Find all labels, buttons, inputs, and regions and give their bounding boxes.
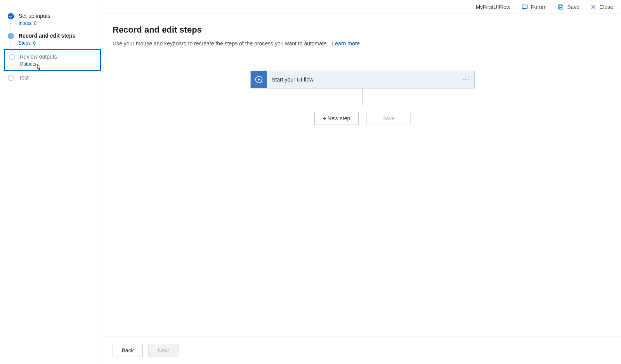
flow-card-title: Start your UI flow [267,76,458,83]
step-review-outputs[interactable]: Review outputs Outputs [4,49,101,71]
step-title: Record and edit steps [19,32,99,39]
wizard-footer: Back Next [104,336,621,364]
step-title: Set up inputs [19,12,99,19]
chat-icon [522,4,528,10]
page-description-text: Use your mouse and keyboard to recreate … [113,40,328,47]
learn-more-link[interactable]: Learn more [332,40,360,47]
forum-button[interactable]: Forum [516,0,552,14]
flow-name: MyFirstUIFlow [470,4,515,10]
flow-start-card[interactable]: Start your UI flow ··· [250,71,475,88]
play-record-icon [251,71,267,88]
close-button[interactable]: Close [585,0,619,14]
page-title: Record and edit steps [113,25,612,35]
back-button[interactable]: Back [113,344,143,357]
step-subtitle: Outputs [20,61,95,67]
step-title: Review outputs [20,53,95,60]
close-icon [591,4,596,10]
more-menu-icon[interactable]: ··· [458,76,474,83]
step-test[interactable]: Test [0,71,104,84]
save-step-button[interactable]: Save [366,112,411,125]
step-bullet-check-icon [8,13,14,19]
save-button[interactable]: Save [552,0,585,14]
step-setup-inputs[interactable]: Set up inputs Inputs: 0 [0,9,104,29]
main-content: Record and edit steps Use your mouse and… [104,14,621,336]
step-bullet-pending-icon [9,54,15,60]
step-record-edit[interactable]: Record and edit steps Steps: 0 [0,29,104,49]
top-toolbar: MyFirstUIFlow Forum Save Close [104,0,621,14]
step-bullet-current-icon [8,33,14,39]
svg-rect-0 [522,5,527,8]
svg-rect-2 [560,5,562,6]
save-label: Save [567,4,579,10]
forum-label: Forum [531,4,546,10]
step-title: Test [19,74,99,81]
page-description: Use your mouse and keyboard to recreate … [113,40,612,47]
step-bullet-pending-icon [8,75,14,81]
save-icon [558,4,564,10]
step-subtitle: Steps: 0 [19,40,99,46]
wizard-sidebar: Set up inputs Inputs: 0 Record and edit … [0,0,104,364]
new-step-button[interactable]: + New step [314,112,359,125]
flow-connector [113,88,612,106]
svg-rect-1 [560,7,562,9]
next-button[interactable]: Next [148,344,179,357]
step-subtitle: Inputs: 0 [19,21,99,26]
close-label: Close [599,4,613,10]
